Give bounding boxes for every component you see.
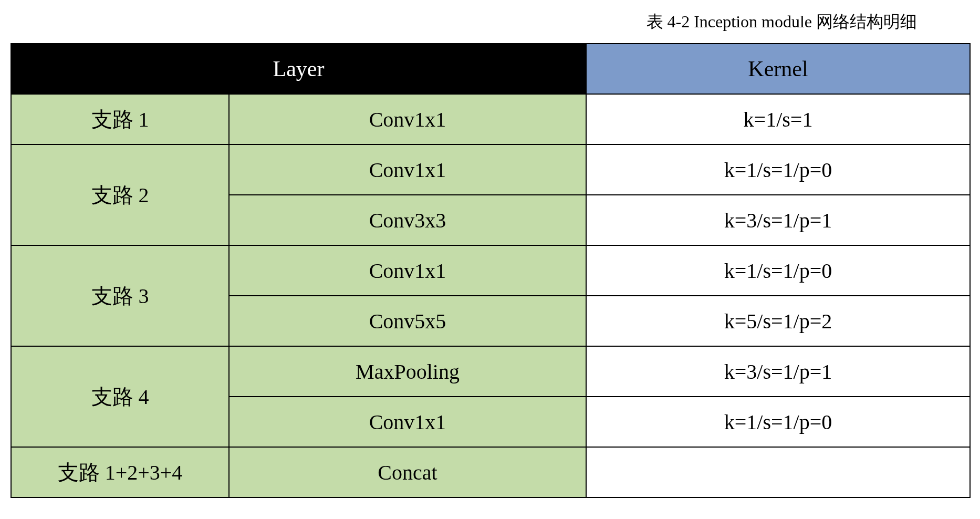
header-layer: Layer <box>11 44 586 94</box>
table-row: 支路 2 Conv1x1 k=1/s=1/p=0 <box>11 144 970 195</box>
layer-cell: Concat <box>229 447 586 497</box>
branch-cell: 支路 2 <box>11 144 229 245</box>
layer-cell: Conv1x1 <box>229 245 586 296</box>
branch-cell: 支路 1+2+3+4 <box>11 447 229 497</box>
table-caption: 表 4-2 Inception module 网络结构明细 <box>11 11 969 34</box>
header-kernel: Kernel <box>586 44 970 94</box>
kernel-cell: k=1/s=1/p=0 <box>586 144 970 195</box>
layer-cell: Conv5x5 <box>229 296 586 346</box>
table-row: 支路 3 Conv1x1 k=1/s=1/p=0 <box>11 245 970 296</box>
kernel-cell <box>586 447 970 497</box>
kernel-cell: k=3/s=1/p=1 <box>586 195 970 245</box>
table-row: 支路 4 MaxPooling k=3/s=1/p=1 <box>11 346 970 397</box>
layer-cell: MaxPooling <box>229 346 586 397</box>
kernel-cell: k=3/s=1/p=1 <box>586 346 970 397</box>
branch-cell: 支路 4 <box>11 346 229 447</box>
kernel-cell: k=1/s=1 <box>586 94 970 144</box>
branch-cell: 支路 3 <box>11 245 229 346</box>
layer-cell: Conv1x1 <box>229 144 586 195</box>
layer-cell: Conv3x3 <box>229 195 586 245</box>
branch-cell: 支路 1 <box>11 94 229 144</box>
table-header-row: Layer Kernel <box>11 44 970 94</box>
inception-table: Layer Kernel 支路 1 Conv1x1 k=1/s=1 支路 2 C… <box>11 43 971 498</box>
kernel-cell: k=5/s=1/p=2 <box>586 296 970 346</box>
kernel-cell: k=1/s=1/p=0 <box>586 397 970 447</box>
layer-cell: Conv1x1 <box>229 94 586 144</box>
table-row: 支路 1+2+3+4 Concat <box>11 447 970 497</box>
layer-cell: Conv1x1 <box>229 397 586 447</box>
table-row: 支路 1 Conv1x1 k=1/s=1 <box>11 94 970 144</box>
kernel-cell: k=1/s=1/p=0 <box>586 245 970 296</box>
